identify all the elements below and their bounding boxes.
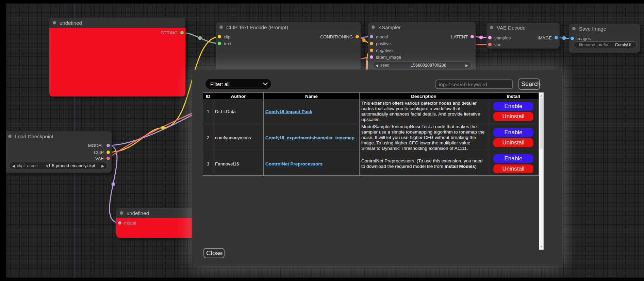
cell-id: 3	[203, 152, 213, 176]
input-slot: text	[218, 40, 231, 47]
port-latent-output[interactable]	[470, 35, 474, 38]
input-slot: images	[571, 35, 591, 42]
extension-link[interactable]: ControlNet Preprocessors	[265, 161, 323, 166]
canvas-edge	[0, 278, 644, 281]
input-slot: samples	[488, 34, 511, 41]
node-vae-decode[interactable]: VAE Decode samples vae IMAGE	[486, 23, 560, 49]
search-button[interactable]: Search	[518, 78, 540, 90]
node-title-bar[interactable]: VAE Decode	[486, 23, 560, 32]
uninstall-button[interactable]: Uninstall	[493, 164, 533, 173]
filter-select[interactable]: Filter: all	[205, 79, 271, 89]
table-row: 1 Dr.Lt.Data ComfyUI Impact Pack This ex…	[203, 100, 539, 123]
collapse-dot-icon[interactable]	[371, 25, 375, 29]
node-load-checkpoint[interactable]: Load Checkpoint MODEL CLIP VAE ◀ ckpt_na…	[5, 131, 112, 173]
cell-name: ControlNet Preprocessors	[264, 152, 360, 176]
port-text-input[interactable]	[218, 42, 221, 45]
input-slot: vae	[488, 41, 501, 48]
port-model-input[interactable]	[370, 35, 373, 38]
ckpt-name-widget[interactable]: ◀ ckpt_name v1-5-pruned-emaonly.ckpt ▶	[9, 162, 108, 170]
arrow-right-icon[interactable]: ▶	[465, 64, 468, 67]
port-model-input[interactable]	[118, 221, 121, 225]
chevron-down-icon	[263, 81, 268, 85]
column-header: Author	[213, 93, 264, 100]
node-title-bar[interactable]: KSampler	[368, 22, 476, 32]
output-slot: MODEL	[88, 142, 110, 149]
table-header-row: IDAuthorNameDescriptionInstall	[203, 93, 539, 100]
input-slot: latent_image	[370, 54, 401, 60]
extension-link[interactable]: ComfyUI_experiments/sampler_tonemap	[265, 135, 354, 140]
scrollbar[interactable]	[539, 92, 544, 250]
node-title-bar[interactable]: CLIP Text Encode (Prompt)	[216, 22, 361, 32]
output-slot: CONDITIONING	[320, 33, 359, 40]
input-slot: model	[118, 219, 136, 226]
column-header: Description	[360, 93, 488, 100]
cell-install: EnableUninstall	[488, 152, 539, 176]
arrow-left-icon[interactable]: ◀	[376, 64, 378, 67]
node-save-image[interactable]: Save Image images filename_prefix ComfyU…	[569, 24, 640, 53]
node-title-bar[interactable]: Load Checkpoint	[5, 131, 112, 141]
port-negative-input[interactable]	[370, 49, 373, 52]
filename-prefix-widget[interactable]: filename_prefix ComfyUI	[574, 41, 637, 48]
node-body: STRING	[49, 28, 185, 96]
extensions-table: IDAuthorNameDescriptionInstall 1 Dr.Lt.D…	[203, 92, 544, 250]
column-header: Install	[488, 93, 539, 100]
uninstall-button[interactable]: Uninstall	[493, 138, 533, 147]
collapse-dot-icon[interactable]	[120, 211, 123, 215]
output-slot: LATENT	[451, 33, 474, 40]
collapse-dot-icon[interactable]	[572, 27, 576, 30]
column-header: ID	[203, 93, 213, 100]
port-samples-input[interactable]	[488, 36, 492, 39]
arrow-right-icon[interactable]: ▶	[101, 164, 104, 168]
cell-name: ComfyUI Impact Pack	[264, 100, 360, 123]
input-slot: clip	[218, 33, 231, 40]
input-slot: model	[370, 33, 388, 40]
link-dot	[562, 36, 566, 40]
collapse-dot-icon[interactable]	[219, 25, 223, 29]
port-latent-image-input[interactable]	[370, 55, 373, 59]
cell-install: EnableUninstall	[488, 123, 539, 152]
link-dot	[161, 126, 165, 130]
port-positive-input[interactable]	[370, 42, 373, 45]
port-clip-input[interactable]	[218, 35, 221, 38]
scroll-down-icon[interactable]	[540, 246, 542, 248]
port-images-input[interactable]	[571, 37, 574, 40]
enable-button[interactable]: Enable	[493, 154, 533, 163]
collapse-dot-icon[interactable]	[53, 21, 56, 24]
enable-button[interactable]: Enable	[493, 102, 533, 111]
close-button[interactable]: Close	[203, 248, 225, 258]
port-string-output[interactable]	[180, 31, 184, 34]
cell-id: 2	[203, 123, 213, 152]
link-dot	[112, 182, 115, 186]
node-title-bar[interactable]: Save Image	[569, 24, 640, 33]
port-image-output[interactable]	[555, 36, 558, 39]
node-title-bar[interactable]: undefined	[49, 18, 185, 28]
link-dot	[362, 38, 366, 42]
enable-button[interactable]: Enable	[493, 128, 533, 137]
scrollbar-thumb[interactable]	[540, 98, 543, 149]
uninstall-button[interactable]: Uninstall	[493, 112, 533, 121]
custom-nodes-dialog: Filter: all Search IDAuthorNameDescripti…	[192, 70, 562, 266]
port-vae-input[interactable]	[488, 43, 492, 46]
cell-description: ModelSamplerTonemapNoiseTest a node that…	[360, 123, 488, 152]
port-model-output[interactable]	[106, 144, 110, 147]
cell-author: comfyanonymous	[213, 123, 264, 152]
cell-description: This extension offers various detector n…	[360, 100, 488, 123]
cell-author: Fannovel16	[213, 152, 264, 176]
node-undefined-string[interactable]: undefined STRING	[49, 18, 185, 96]
extension-link[interactable]: ComfyUI Impact Pack	[265, 109, 312, 114]
port-conditioning-output[interactable]	[356, 35, 359, 38]
seed-widget[interactable]: ◀ seed 156680208700286 ▶	[372, 62, 472, 69]
scroll-up-icon[interactable]	[540, 94, 542, 96]
link-dot	[479, 36, 483, 39]
link-dot	[198, 36, 202, 40]
port-clip-output[interactable]	[106, 151, 110, 154]
collapse-dot-icon[interactable]	[8, 135, 12, 138]
search-input[interactable]	[435, 80, 513, 89]
cell-author: Dr.Lt.Data	[213, 100, 264, 123]
arrow-left-icon[interactable]: ◀	[12, 164, 15, 168]
canvas-edge	[0, 0, 644, 3]
output-slot: IMAGE	[538, 34, 558, 41]
port-vae-output[interactable]	[106, 157, 110, 160]
collapse-dot-icon[interactable]	[490, 26, 493, 29]
cell-id: 1	[203, 100, 213, 123]
